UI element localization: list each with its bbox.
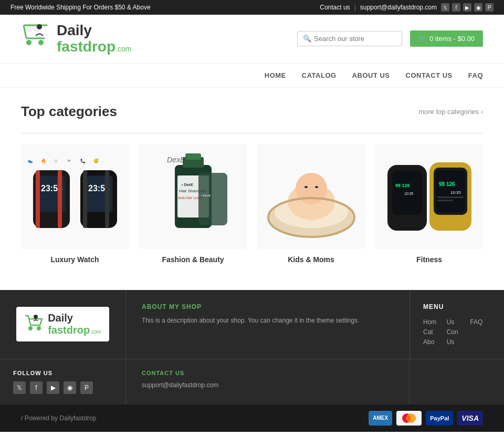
top-categories-header: Top categories more top categories › (21, 103, 483, 120)
logo[interactable]: Daily fastdrop .com (21, 23, 131, 55)
cart-label: 0 items - $0.00 (429, 35, 475, 43)
footer-bottom-bar: / Powered by Dailyfastdrop AMEX PayPal V… (0, 405, 504, 432)
header: Daily fastdrop .com 🔍 🛒 0 items - $0.00 (0, 15, 504, 64)
category-name-watch: Luxury Watch (21, 255, 129, 264)
logo-text: Daily fastdrop .com (57, 23, 131, 55)
category-image-kids (257, 144, 365, 249)
category-image-beauty: DexE* • DexE Hair Shampoo Anti-Hair Loss… (139, 144, 247, 249)
svg-text:Anti-Hair Loss: Anti-Hair Loss (178, 196, 201, 200)
footer-facebook-icon[interactable]: f (30, 381, 43, 394)
logo-com: .com (116, 45, 131, 53)
svg-rect-34 (198, 173, 227, 225)
svg-rect-24 (83, 170, 87, 228)
svg-text:• DexE: • DexE (182, 183, 193, 187)
footer-youtube-icon[interactable]: ▶ (47, 381, 59, 394)
svg-text:10:35: 10:35 (450, 190, 461, 195)
footer-menu-faq[interactable]: FAQ (470, 318, 491, 326)
footer-menu-us[interactable]: Us (447, 318, 468, 326)
footer-logo-cart-icon (24, 314, 45, 335)
category-name-beauty: Fashion & Beauty (139, 255, 247, 264)
search-input[interactable] (314, 35, 396, 43)
category-name-fitness: Fitness (375, 255, 483, 264)
svg-text:🔥: 🔥 (41, 158, 46, 163)
footer-pinterest-icon[interactable]: P (80, 381, 93, 394)
svg-rect-19 (58, 170, 62, 228)
svg-point-40 (304, 186, 308, 188)
nav-about-us[interactable]: ABOUT US (352, 71, 390, 79)
top-bar-right: Contact us | support@dailyfastdrop.com 𝕏… (320, 3, 494, 12)
svg-text:⚖: ⚖ (54, 159, 58, 163)
svg-rect-18 (36, 170, 40, 228)
footer-contact-email: support@dailyfastdrop.com (142, 381, 393, 389)
footer-menu-links: Hom Us FAQ Cat Con Abo Us (423, 318, 491, 346)
more-categories-link[interactable]: more top categories › (418, 108, 483, 116)
separator: | (354, 4, 356, 11)
footer-menu-col: MENU Hom Us FAQ Cat Con Abo Us (410, 290, 504, 359)
nav-faq[interactable]: FAQ (468, 71, 483, 79)
svg-point-41 (315, 186, 318, 188)
main-content: Top categories more top categories › 👟 🔥… (0, 88, 504, 279)
search-icon: 🔍 (303, 35, 311, 43)
footer-menu-home[interactable]: Hom (423, 318, 444, 326)
footer-instagram-icon[interactable]: ◉ (64, 381, 76, 394)
cart-button[interactable]: 🛒 0 items - $0.00 (410, 30, 483, 47)
category-card-fitness[interactable]: 98 126 10:35 98 126 10:35 Fitness (375, 144, 483, 264)
footer-follow-title: FOLLOW US (13, 370, 112, 376)
logo-cart-icon (21, 23, 52, 55)
footer-menu-title: MENU (423, 303, 491, 310)
footer-twitter-icon[interactable]: 𝕏 (13, 381, 26, 394)
footer: Daily fastdrop .com ABOUT MY SHOP This i… (0, 290, 504, 432)
footer-about-text: This is a description about your shop. Y… (142, 316, 394, 325)
footer-menu-about[interactable]: Abo (423, 338, 444, 346)
footer-logo-daily: Daily (48, 312, 101, 324)
logo-fastdrop: fastdrop (57, 39, 116, 55)
footer-follow-col: FOLLOW US 𝕏 f ▶ ◉ P (0, 359, 126, 405)
svg-point-7 (37, 24, 42, 29)
facebook-icon-topbar[interactable]: f (452, 3, 460, 12)
category-name-kids: Kids & Moms (257, 255, 365, 264)
svg-text:98 126: 98 126 (439, 181, 455, 187)
svg-text:• DexE: • DexE (201, 194, 211, 197)
email-link[interactable]: support@dailyfastdrop.com (360, 4, 437, 11)
footer-menu-catalog[interactable]: Cat (423, 328, 444, 336)
main-nav: HOME CATALOG ABOUT US CONTACT US FAQ (0, 64, 504, 88)
nav-contact-us[interactable]: CONTACT US (406, 71, 453, 79)
svg-text:📞: 📞 (80, 158, 86, 163)
footer-menu-empty1 (470, 328, 491, 336)
category-image-watch: 👟 🔥 ⚖ ❤ 📞 😴 23:58 (21, 144, 129, 249)
search-bar[interactable]: 🔍 (297, 31, 402, 46)
categories-grid: 👟 🔥 ⚖ ❤ 📞 😴 23:58 (21, 133, 483, 264)
nav-home[interactable]: HOME (265, 71, 286, 79)
footer-contact-col: CONTACT US support@dailyfastdrop.com (126, 359, 410, 405)
svg-rect-29 (185, 153, 201, 160)
instagram-icon-topbar[interactable]: ◉ (474, 3, 482, 12)
contact-us-topbar-link[interactable]: Contact us (320, 4, 350, 11)
footer-logo-fastdrop: fastdrop (48, 324, 90, 336)
twitter-icon-topbar[interactable]: 𝕏 (441, 3, 449, 12)
svg-point-6 (38, 40, 44, 45)
youtube-icon-topbar[interactable]: ▶ (463, 3, 471, 12)
pinterest-icon-topbar[interactable]: P (485, 3, 494, 12)
footer-empty-col (410, 359, 504, 405)
paypal-icon: PayPal (426, 411, 453, 426)
svg-text:98 126: 98 126 (395, 183, 410, 188)
footer-about-title: ABOUT MY SHOP (142, 303, 394, 310)
amex-icon: AMEX (369, 411, 392, 426)
category-card-beauty[interactable]: DexE* • DexE Hair Shampoo Anti-Hair Loss… (139, 144, 247, 264)
footer-menu-con[interactable]: Con (447, 328, 468, 336)
footer-menu-us2[interactable]: Us (447, 338, 468, 346)
svg-rect-49 (437, 200, 453, 201)
top-categories-title: Top categories (21, 103, 117, 120)
footer-logo-text: Daily fastdrop .com (48, 312, 101, 336)
svg-rect-25 (105, 170, 109, 228)
nav-catalog[interactable]: CATALOG (302, 71, 337, 79)
category-card-watch[interactable]: 👟 🔥 ⚖ ❤ 📞 😴 23:58 (21, 144, 129, 264)
category-card-kids[interactable]: Kids & Moms (257, 144, 365, 264)
svg-point-55 (28, 326, 33, 330)
footer-menu-empty2 (470, 338, 491, 346)
svg-rect-48 (437, 196, 464, 198)
footer-about-col: ABOUT MY SHOP This is a description abou… (126, 290, 410, 359)
payment-icons: AMEX PayPal VISA (369, 411, 483, 426)
header-right: 🔍 🛒 0 items - $0.00 (297, 30, 483, 47)
footer-logo-box: Daily fastdrop .com (16, 307, 109, 341)
